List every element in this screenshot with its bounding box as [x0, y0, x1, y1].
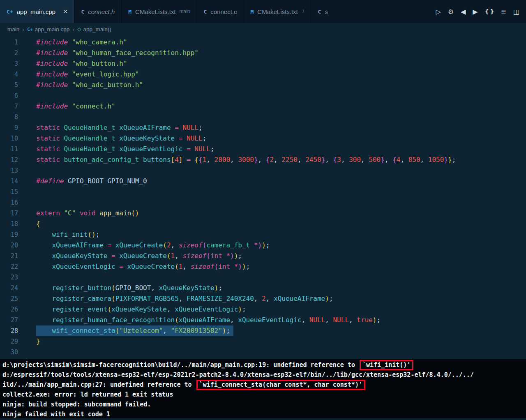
line-number: 27 — [0, 315, 18, 325]
breadcrumb-item-app-main-[interactable]: ◇app_main() — [77, 26, 111, 32]
code-line-18[interactable]: { — [36, 219, 526, 229]
terminal-line-3: ild/../main/app_main.cpp:27: undefined r… — [2, 380, 526, 390]
code-line-11[interactable]: static QueueHandle_t xQueueEventLogic = … — [36, 144, 526, 155]
code-line-content: #define GPIO_BOOT GPIO_NUM_0 — [36, 177, 147, 185]
code-line-16[interactable] — [36, 197, 526, 208]
tab-label: CMakeLists.txt — [135, 8, 175, 15]
code-line-content: extern "C" void app_main() — [36, 209, 139, 217]
line-number: 24 — [0, 283, 18, 293]
tab-cmakelists-txt[interactable]: MCMakeLists.txtmain — [122, 0, 197, 23]
code-line-content: #include "who_human_face_recognition.hpp… — [36, 49, 198, 57]
breadcrumb-label: main — [7, 26, 19, 32]
tab-list: C+app_main.cpp×Cconnect.hMCMakeLists.txt… — [0, 0, 429, 23]
code-line-content: wifi_init(); — [36, 231, 99, 238]
code-line-15[interactable] — [36, 187, 526, 197]
tab-cmakelists-txt[interactable]: MCMakeLists.txt.\ — [244, 0, 311, 23]
run-or-debug-button[interactable]: ▷ — [436, 8, 441, 16]
code-line-9[interactable]: static QueueHandle_t xQueueAIFrame = NUL… — [36, 122, 526, 133]
cmake-file-icon: M — [251, 9, 254, 15]
code-line-content: static QueueHandle_t xQueueAIFrame = NUL… — [36, 124, 203, 132]
code-line-22[interactable]: xQueueEventLogic = xQueueCreate(1, sizeo… — [36, 261, 526, 272]
line-number: 25 — [0, 293, 18, 304]
line-number: 1 — [0, 37, 18, 48]
code-line-10[interactable]: static QueueHandle_t xQueueKeyState = NU… — [36, 133, 526, 144]
line-number-gutter: 1234567891011121314151617181920212223242… — [0, 37, 26, 359]
code-line-26[interactable]: register_event(xQueueKeyState, xQueueEve… — [36, 304, 526, 315]
breadcrumb-label: app_main() — [83, 26, 111, 32]
braces-button[interactable]: { } — [485, 8, 494, 15]
code-line-1[interactable]: #include "who_camera.h" — [36, 37, 526, 48]
c-file-icon: C — [318, 9, 321, 15]
settings-gear-button[interactable]: ⚙ — [448, 8, 454, 16]
tab-connect-h[interactable]: Cconnect.h — [74, 0, 122, 23]
breadcrumb-label: app_main.cpp — [35, 26, 70, 32]
code-line-23[interactable] — [36, 272, 526, 283]
code-line-17[interactable]: extern "C" void app_main() — [36, 208, 526, 219]
code-editor: 1234567891011121314151617181920212223242… — [0, 35, 526, 359]
code-line-21[interactable]: xQueueKeyState = xQueueCreate(1, sizeof(… — [36, 251, 526, 261]
code-line-27[interactable]: register_human_face_recognition(xQueueAI… — [36, 315, 526, 325]
error-highlight-box: `wifi_connect_sta(char const*, char cons… — [196, 380, 365, 390]
tab-suffix: .\ — [302, 9, 305, 14]
code-line-24[interactable]: register_button(GPIO_BOOT, xQueueKeyStat… — [36, 283, 526, 293]
close-tab-icon[interactable]: × — [63, 8, 68, 15]
code-line-29[interactable]: } — [36, 336, 526, 347]
outline-list-button[interactable]: ≡ — [501, 8, 506, 16]
code-line-3[interactable]: #include "who_button.h" — [36, 58, 526, 69]
tab-connect-c[interactable]: Cconnect.c — [197, 0, 244, 23]
line-number: 21 — [0, 251, 18, 261]
code-line-30[interactable] — [36, 347, 526, 358]
line-number: 11 — [0, 144, 18, 155]
code-line-4[interactable]: #include "event_logic.hpp" — [36, 69, 526, 80]
cpp-file-icon: C+ — [7, 9, 13, 15]
code-line-19[interactable]: wifi_init(); — [36, 229, 526, 240]
code-area[interactable]: #include "who_camera.h"#include "who_hum… — [26, 37, 526, 359]
breadcrumb-separator: › — [72, 26, 74, 33]
code-line-content: #include "who_button.h" — [36, 60, 127, 67]
code-line-content: register_human_face_recognition(xQueueAI… — [36, 316, 381, 324]
line-number: 28 — [0, 325, 18, 336]
code-line-12[interactable]: static button_adc_config_t buttons[4] = … — [36, 155, 526, 165]
navigate-back-button[interactable]: ◀ — [461, 8, 466, 16]
line-number: 23 — [0, 272, 18, 283]
symbol-icon: ◇ — [77, 26, 81, 32]
code-line-content: register_camera(PIXFORMAT_RGB565, FRAMES… — [36, 295, 333, 302]
split-editor-button[interactable]: ◫ — [513, 8, 519, 16]
code-line-14[interactable]: #define GPIO_BOOT GPIO_NUM_0 — [36, 176, 526, 187]
terminal-line-1: d:\projects\simsim\simsim-facerecognitio… — [2, 360, 526, 370]
code-line-2[interactable]: #include "who_human_face_recognition.hpp… — [36, 48, 526, 58]
tab-app-main-cpp[interactable]: C+app_main.cpp× — [0, 0, 74, 23]
breadcrumb-item-app-main-cpp[interactable]: C+app_main.cpp — [27, 26, 69, 32]
code-line-content: static QueueHandle_t xQueueKeyState = NU… — [36, 134, 206, 142]
breadcrumb-item-main[interactable]: main — [7, 26, 19, 32]
code-line-7[interactable]: #include "connect.h" — [36, 101, 526, 112]
code-line-28[interactable]: wifi_connect_sta("Uztelecom", "FX2009135… — [36, 325, 526, 336]
line-number: 12 — [0, 155, 18, 165]
code-line-25[interactable]: register_camera(PIXFORMAT_RGB565, FRAMES… — [36, 293, 526, 304]
error-highlight-box: `wifi_init()' — [360, 360, 413, 370]
build-output-terminal[interactable]: d:\projects\simsim\simsim-facerecognitio… — [0, 359, 526, 418]
code-line-content: #include "event_logic.hpp" — [36, 70, 139, 78]
code-line-6[interactable] — [36, 90, 526, 101]
line-number: 26 — [0, 304, 18, 315]
tab-bar: C+app_main.cpp×Cconnect.hMCMakeLists.txt… — [0, 0, 526, 23]
code-line-20[interactable]: xQueueAIFrame = xQueueCreate(2, sizeof(c… — [36, 240, 526, 251]
code-line-13[interactable] — [36, 165, 526, 176]
code-line-8[interactable] — [36, 112, 526, 122]
c-file-icon: C — [203, 9, 207, 15]
terminal-line-5: ninja: build stopped: subcommand failed. — [2, 399, 526, 409]
tab-label: s — [325, 8, 328, 15]
line-number: 2 — [0, 48, 18, 58]
code-line-content: #include "connect.h" — [36, 102, 115, 110]
code-line-content: xQueueEventLogic = xQueueCreate(1, sizeo… — [36, 263, 250, 270]
line-number: 22 — [0, 261, 18, 272]
code-line-5[interactable]: #include "who_adc_button.h" — [36, 80, 526, 90]
line-number: 7 — [0, 101, 18, 112]
line-number: 13 — [0, 165, 18, 176]
code-line-content: xQueueKeyState = xQueueCreate(1, sizeof(… — [36, 252, 242, 260]
terminal-line-2: d:/espressif/tools/tools/xtensa-esp32-el… — [2, 370, 526, 380]
editor-actions: ▷⚙◀▶{ }≡◫ — [429, 0, 526, 23]
tab-s[interactable]: Cs — [311, 0, 333, 23]
navigate-forward-button[interactable]: ▶ — [473, 8, 478, 16]
tab-label: CMakeLists.txt — [257, 8, 298, 15]
